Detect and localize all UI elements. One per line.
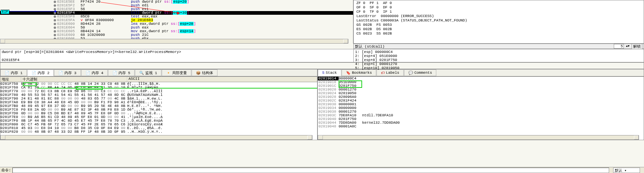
breakpoint-dot[interactable] — [54, 4, 56, 7]
param-count-spinner[interactable]: 5 — [614, 44, 624, 49]
expression-addr: 0281E5F4 — [2, 58, 352, 62]
calling-convention-label: 默认 (stdcall) — [355, 44, 385, 49]
tab-icon: S — [322, 71, 325, 75]
breakpoint-dot[interactable] — [54, 15, 56, 18]
register-line: LastError 00000000 (ERROR_SUCCESS) — [356, 14, 641, 18]
tab-stack[interactable]: 🔖Bookmarks — [342, 69, 376, 76]
stack-row[interactable]: 02819018051E0000 — [318, 80, 644, 84]
dump-row[interactable]: 0281F82000 00 48 8B 07 48 33 D2 8B FF 1F… — [0, 130, 317, 134]
tab-icon: 📄 — [58, 71, 63, 75]
tab-icon: 📄 — [86, 71, 90, 75]
disasm-row[interactable]: 0281E5EEFF7424 20push dword ptr ss:[esp+… — [0, 0, 353, 4]
scrollbar-horizontal[interactable] — [0, 39, 348, 44]
breakpoint-dot[interactable] — [54, 26, 56, 29]
stack-tabs: SStack🔖Bookmarks🏷Labels💬Comments — [317, 69, 644, 76]
scrollbar-horizontal[interactable] — [0, 135, 312, 140]
tab-memory[interactable]: 📄内存 5 — [108, 69, 135, 76]
tab-stack[interactable]: 🏷Labels — [377, 69, 404, 76]
breakpoint-dot[interactable] — [54, 19, 56, 21]
tab-stack[interactable]: SStack — [318, 69, 341, 76]
stack-panel[interactable]: 02819014000000C402819018051E00000281901C… — [317, 76, 644, 140]
tab-icon: 🔸 — [166, 71, 171, 75]
stack-row[interactable]: 0281904800001A8C — [318, 125, 644, 128]
register-line: CS 0023 SS 002B — [356, 32, 641, 36]
tab-memory[interactable]: 🔍监视 1 — [135, 69, 161, 76]
command-input[interactable] — [12, 168, 609, 173]
register-line: LastStatus C000003A (STATUS_OBJECT_PATH_… — [356, 18, 641, 23]
register-line: ES 002B DS 002B — [356, 27, 641, 32]
params-panel[interactable]: 1: [esp] 000000C42: [esp+4] 051E00003: [… — [354, 49, 644, 62]
register-line: ZF 0 PF 1 AF 0 — [356, 1, 641, 5]
disasm-row[interactable]: 0281E6008D4424 28lea eax,dword ptr ss:[e… — [0, 22, 353, 26]
breakpoint-dot[interactable] — [54, 1, 56, 3]
scrollbar-horizontal[interactable] — [318, 135, 639, 140]
param-line: 2: [esp+4] 051E0000 — [355, 54, 642, 58]
param-line: 1: [esp] 000000C4 — [355, 50, 642, 54]
register-line: CF 0 TF 0 IF 1 — [356, 10, 641, 14]
stack-row[interactable]: 02819028028096A0 — [318, 95, 644, 99]
eip-badge: EIP — [1, 10, 9, 14]
param-line: 5: [esp+10] 02819050 — [355, 66, 642, 70]
default-select[interactable]: 默认 ▾ — [613, 168, 640, 173]
tab-icon: 📄 — [32, 71, 36, 75]
tab-icon: 💬 — [408, 71, 413, 75]
stack-row[interactable]: 028190447DD8DA00kernel32.7DD8DA00 — [318, 121, 644, 125]
disasm-row[interactable]: 0281E5F257push edi — [0, 4, 353, 7]
dump-header: 地址 十六进制 ASCII — [0, 77, 317, 82]
breakpoint-dot[interactable] — [54, 34, 56, 36]
tab-memory[interactable]: 🔸局部变量 — [162, 69, 191, 76]
breakpoint-dot[interactable] — [54, 23, 56, 25]
tab-icon: 🔖 — [346, 71, 351, 75]
breakpoint-dot[interactable] — [54, 30, 56, 33]
disasm-row[interactable]: 0281E5F885C0test eax,eax — [0, 15, 353, 18]
registers-panel[interactable]: ZF 0 PF 1 AF 0OF 0 SF 0 DF 0CF 0 TF 0 IF… — [353, 0, 644, 44]
tab-icon: 🏷 — [381, 71, 385, 75]
register-line: GS 002B FS 0053 — [356, 23, 641, 27]
tab-icon: 📄 — [5, 71, 9, 75]
command-label: 命令: — [0, 168, 12, 173]
stack-row[interactable]: 0281902C0281F424 — [318, 99, 644, 103]
stack-row[interactable]: 0281903400000000 — [318, 106, 644, 110]
tab-memory[interactable]: 📄内存 2 — [27, 69, 54, 76]
stack-row[interactable]: 0281903000000001 — [318, 103, 644, 106]
tab-icon: 📦 — [196, 71, 201, 75]
param-line: 3: [esp+8] 0281F750 — [355, 58, 642, 62]
tab-icon: 🔍 — [139, 71, 144, 75]
tab-icon: 📄 — [112, 71, 117, 75]
stack-row[interactable]: 0281902402819050 — [318, 92, 644, 95]
expression-panel[interactable]: dword ptr [esp+30]=[02819044 <&WriteProc… — [0, 49, 354, 62]
memory-dump-panel[interactable]: 地址 十六进制 ASCII 0281F750E9 5B 12 00 00 CC … — [0, 76, 317, 140]
tab-memory[interactable]: 📄内存 4 — [81, 69, 108, 76]
disassembly-panel[interactable]: EIP 0281E5EEFF7424 20push dword ptr ss:[… — [0, 0, 353, 44]
expression-text: dword ptr [esp+30]=[02819044 <&WriteProc… — [2, 50, 352, 54]
register-line: OF 0 SF 0 DF 0 — [356, 5, 641, 10]
stack-row[interactable]: 0281901C0281F750 — [318, 84, 644, 88]
stack-row[interactable]: 0281902000001270 — [318, 88, 644, 92]
tab-memory[interactable]: 📦结构体 — [192, 69, 217, 76]
disasm-row[interactable]: 0281E60968 1C020000push 21C — [0, 33, 353, 37]
stack-row[interactable]: 0281903C7DE8FA10ntdll.7DE8FA10 — [318, 114, 644, 117]
eip-arrow — [9, 11, 55, 11]
command-bar: 命令: 默认 ▾ — [0, 167, 644, 173]
param-line: 4: [esp+C] 00001270 — [355, 62, 642, 66]
tab-memory[interactable]: 📄内存 1 — [0, 69, 27, 76]
unlock-button[interactable]: 解锁 — [632, 44, 642, 49]
stack-row[interactable]: 02819014000000C4 — [318, 77, 644, 80]
tab-stack[interactable]: 💬Comments — [404, 69, 437, 76]
memory-tabs: 📄内存 1📄内存 2📄内存 3📄内存 4📄内存 5🔍监视 1🔸局部变量📦结构体 — [0, 69, 317, 76]
disasm-row[interactable]: 0281E6058B4424 14mov eax,dword ptr ss:[e… — [0, 30, 353, 33]
green-arrow — [37, 88, 317, 89]
tab-memory[interactable]: 📄内存 3 — [54, 69, 81, 76]
